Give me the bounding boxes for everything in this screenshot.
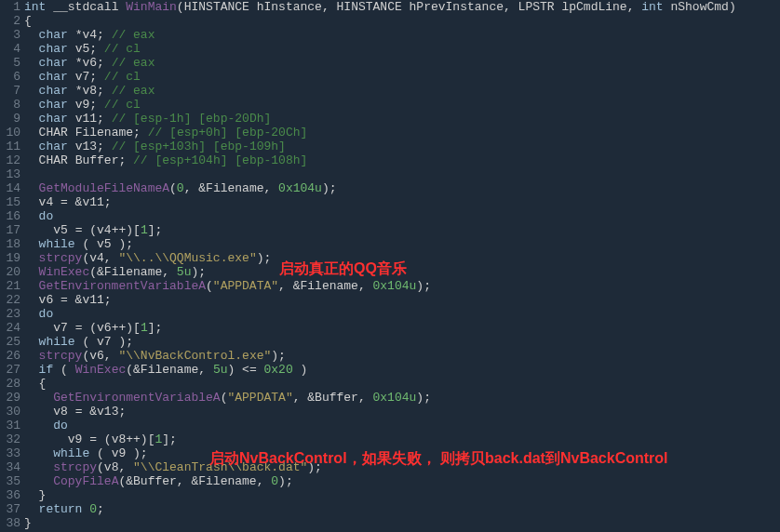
code-line: 10 CHAR Filename; // [esp+0h] [ebp-20Ch] <box>0 126 780 140</box>
code-line: 24 v7 = (v6++)[1]; <box>0 321 780 335</box>
code-line: 18 while ( v5 ); <box>0 237 780 251</box>
line-number: 1 <box>0 0 24 14</box>
code-line: 3 char *v4; // eax <box>0 28 780 42</box>
code-line: 26 strcpy(v6, "\\NvBackControl.exe"); <box>0 349 780 363</box>
code-line: 7 char *v8; // eax <box>0 84 780 98</box>
code-line: 16 do <box>0 209 780 223</box>
code-line: 17 v5 = (v4++)[1]; <box>0 223 780 237</box>
code-line: 15 v4 = &v11; <box>0 195 780 209</box>
code-line: 37 return 0; <box>0 502 780 516</box>
code-line: 28 { <box>0 377 780 391</box>
code-line: 8 char v9; // cl <box>0 98 780 112</box>
code-line: 21 GetEnvironmentVariableA("APPDATA", &F… <box>0 279 780 293</box>
code-line: 25 while ( v7 ); <box>0 335 780 349</box>
code-line: 5 char *v6; // eax <box>0 56 780 70</box>
code-line: 11 char v13; // [esp+103h] [ebp-109h] <box>0 140 780 153</box>
code-line: 36 } <box>0 488 780 502</box>
code-line: 1int __stdcall WinMain(HINSTANCE hInstan… <box>0 0 780 14</box>
annotation-nvbackcontrol: 启动NvBackControl，如果失败， 则拷贝back.dat到NvBack… <box>209 449 668 469</box>
code-line: 27 if ( WinExec(&Filename, 5u) <= 0x20 ) <box>0 363 780 377</box>
code-line: 6 char v7; // cl <box>0 70 780 84</box>
code-line: 2{ <box>0 14 780 28</box>
code-line: 29 GetEnvironmentVariableA("APPDATA", &B… <box>0 391 780 405</box>
code-line: 9 char v11; // [esp-1h] [ebp-20Dh] <box>0 112 780 126</box>
code-line: 12 CHAR Buffer; // [esp+104h] [ebp-108h] <box>0 153 780 167</box>
code-line: 31 do <box>0 419 780 432</box>
annotation-qqmusic: 启动真正的QQ音乐 <box>279 259 407 279</box>
code-line: 13 <box>0 167 780 181</box>
code-line: 32 v9 = (v8++)[1]; <box>0 432 780 446</box>
code-line: 14 GetModuleFileNameA(0, &Filename, 0x10… <box>0 181 780 195</box>
code-line: 4 char v5; // cl <box>0 42 780 56</box>
code-line: 38} <box>0 516 780 530</box>
code-line: 23 do <box>0 307 780 321</box>
code-line: 22 v6 = &v11; <box>0 293 780 307</box>
code-line: 35 CopyFileA(&Buffer, &Filename, 0); <box>0 474 780 488</box>
code-line: 30 v8 = &v13; <box>0 405 780 419</box>
